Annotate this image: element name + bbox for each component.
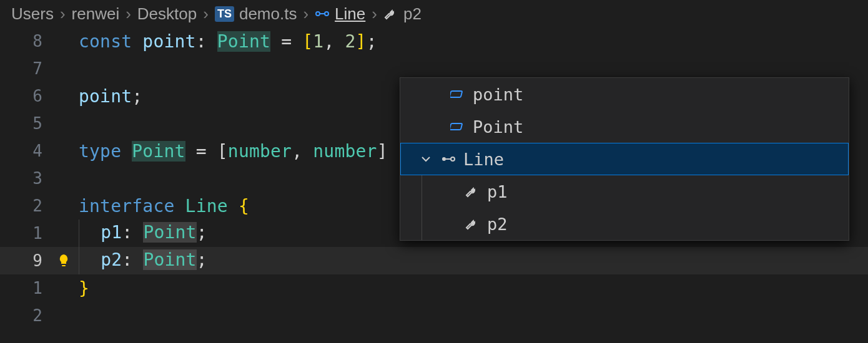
ts-file-icon: TS: [215, 6, 234, 22]
breadcrumb-outline-popup: point Point Line p1 p2: [400, 77, 849, 241]
breadcrumb-sep: ›: [122, 4, 135, 24]
breadcrumb: Users › renwei › Desktop › TS demo.ts › …: [0, 0, 868, 27]
wrench-icon: [383, 6, 398, 21]
code-line[interactable]: 2: [0, 302, 868, 329]
line-number: 3: [0, 169, 49, 188]
line-number: 8: [0, 32, 49, 51]
code-content: p2: Point;: [79, 247, 207, 274]
breadcrumb-renwei[interactable]: renwei: [72, 4, 120, 24]
variable-icon: [450, 119, 465, 134]
code-line[interactable]: 8 const point: Point = [1, 2];: [0, 27, 868, 55]
line-number: 4: [0, 142, 49, 160]
breadcrumb-users[interactable]: Users: [11, 4, 54, 24]
svg-point-2: [325, 12, 328, 16]
chevron-down-icon[interactable]: [418, 152, 433, 167]
code-content: }: [79, 278, 89, 299]
code-content: interface Line {: [79, 196, 249, 216]
breadcrumb-sep: ›: [56, 4, 69, 24]
outline-item-point-type[interactable]: Point: [400, 110, 849, 143]
code-content: p1: Point;: [79, 220, 207, 247]
line-number: 1: [0, 279, 49, 297]
line-number: 2: [0, 306, 49, 325]
outline-item-p2[interactable]: p2: [422, 208, 849, 240]
svg-rect-4: [450, 91, 462, 97]
code-content: type Point = [number, number]: [79, 141, 388, 162]
code-content: point;: [79, 86, 142, 107]
breadcrumb-sep: ›: [299, 4, 312, 24]
breadcrumb-sep: ›: [199, 4, 212, 24]
lightbulb-icon[interactable]: [49, 253, 79, 268]
line-number: 6: [0, 87, 49, 105]
svg-point-0: [316, 12, 320, 16]
code-line[interactable]: 1 }: [0, 274, 868, 302]
code-editor[interactable]: 8 const point: Point = [1, 2]; 7 6 point…: [0, 27, 868, 329]
wrench-icon: [465, 216, 480, 231]
svg-rect-5: [450, 123, 462, 130]
outline-item-point-var[interactable]: point: [400, 78, 849, 110]
breadcrumb-symbol-line[interactable]: Line: [315, 4, 365, 24]
breadcrumb-symbol-p2[interactable]: p2: [383, 4, 422, 24]
svg-point-6: [442, 157, 446, 161]
outline-item-line[interactable]: Line: [400, 143, 849, 175]
line-number: 2: [0, 196, 49, 215]
line-number: 5: [0, 114, 49, 133]
code-content: const point: Point = [1, 2];: [79, 31, 377, 52]
variable-icon: [450, 87, 465, 102]
svg-rect-3: [62, 265, 66, 266]
breadcrumb-sep: ›: [368, 4, 381, 24]
breadcrumb-file[interactable]: TS demo.ts: [215, 4, 297, 24]
wrench-icon: [465, 184, 480, 199]
breadcrumb-desktop[interactable]: Desktop: [137, 4, 197, 24]
interface-icon: [315, 6, 330, 21]
svg-point-8: [451, 157, 455, 161]
line-number: 9: [0, 251, 49, 270]
line-number: 7: [0, 59, 49, 78]
line-number: 1: [0, 224, 49, 243]
interface-icon: [441, 152, 456, 167]
outline-item-p1[interactable]: p1: [422, 175, 849, 208]
code-line-current[interactable]: 9 p2: Point;: [0, 247, 868, 274]
